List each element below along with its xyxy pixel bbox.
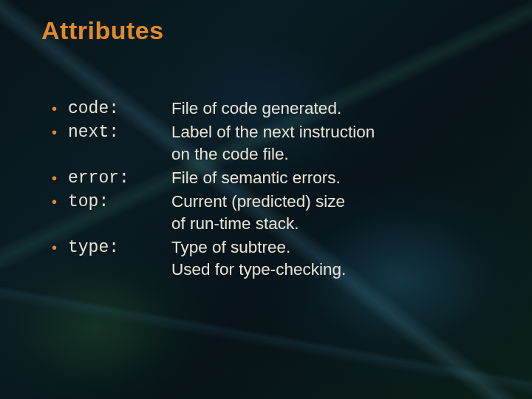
- list-item: • code: File of code generated.: [52, 98, 488, 120]
- list-item: • next: Label of the next instruction on…: [52, 121, 488, 166]
- desc-line: Label of the next instruction: [171, 121, 488, 143]
- attr-desc: File of code generated.: [171, 98, 488, 120]
- desc-line: File of code generated.: [171, 98, 488, 120]
- attr-desc: File of semantic errors.: [171, 167, 488, 189]
- slide: Attributes • code: File of code generate…: [0, 0, 532, 399]
- bullet-icon: •: [52, 98, 68, 120]
- desc-line: Type of subtree.: [171, 236, 488, 259]
- bullet-icon: •: [52, 167, 68, 189]
- desc-line: File of semantic errors.: [171, 167, 488, 189]
- list-item: • top: Current (predicted) size of run-t…: [52, 191, 488, 235]
- desc-line: Used for type-checking.: [171, 259, 488, 281]
- attr-term-next: next:: [68, 121, 171, 143]
- desc-line: Current (predicted) size: [171, 191, 488, 213]
- bullet-icon: •: [52, 236, 68, 259]
- desc-line: on the code file.: [171, 143, 488, 166]
- attr-desc: Label of the next instruction on the cod…: [171, 121, 488, 166]
- bullet-icon: •: [52, 191, 68, 213]
- attr-term-code: code:: [68, 98, 171, 120]
- desc-line: of run-time stack.: [171, 213, 488, 235]
- attr-term-top: top:: [68, 191, 171, 213]
- attr-term-error: error:: [68, 167, 171, 189]
- list-item: • error: File of semantic errors.: [52, 167, 488, 189]
- list-item: • type: Type of subtree. Used for type-c…: [52, 236, 488, 281]
- bullet-icon: •: [52, 121, 68, 143]
- attr-term-type: type:: [68, 236, 171, 259]
- attribute-list: • code: File of code generated. • next: …: [52, 98, 488, 282]
- slide-title: Attributes: [41, 16, 164, 45]
- attr-desc: Current (predicted) size of run-time sta…: [171, 191, 488, 235]
- attr-desc: Type of subtree. Used for type-checking.: [171, 236, 488, 281]
